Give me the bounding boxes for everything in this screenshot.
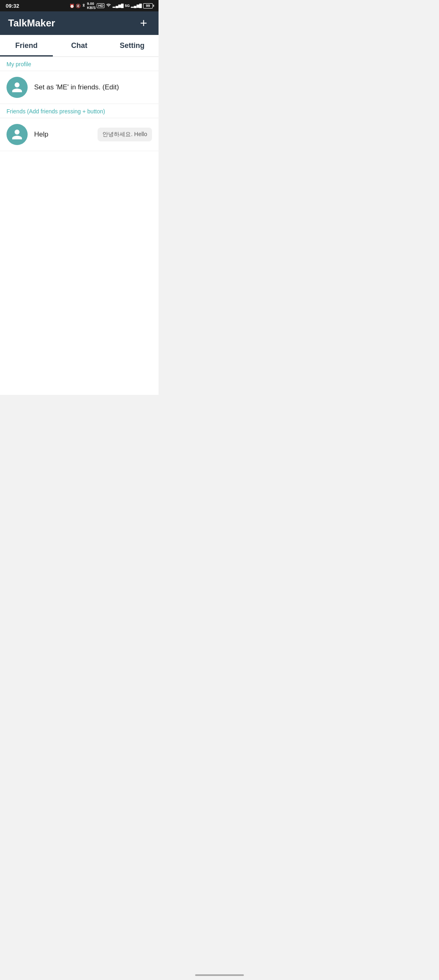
empty-content bbox=[0, 151, 159, 395]
app-header: TalkMaker + bbox=[0, 11, 159, 35]
my-profile-label: My profile bbox=[0, 57, 159, 71]
friend-last-message-help: 안녕하세요. Hello bbox=[98, 128, 152, 141]
tab-chat[interactable]: Chat bbox=[53, 35, 106, 56]
friend-row-help[interactable]: Help 안녕하세요. Hello bbox=[0, 118, 159, 151]
alarm-icon: ⏰ bbox=[70, 4, 74, 8]
network-speed: 9.00KB/S bbox=[87, 2, 96, 10]
app-title: TalkMaker bbox=[8, 17, 55, 29]
my-profile-text: Set as 'ME' in friends. (Edit) bbox=[34, 83, 119, 91]
friend-avatar-help bbox=[7, 124, 28, 145]
signal-icon: ▂▄▆█ bbox=[113, 4, 124, 8]
friends-section-label: Friends (Add friends pressing + button) bbox=[0, 104, 159, 118]
status-icons: ⏰ 🔇 9.00KB/S HD ▂▄▆█ 5G ▂▄▆█ 99 bbox=[70, 2, 153, 10]
tab-friend[interactable]: Friend bbox=[0, 35, 53, 56]
signal-5g-bars: ▂▄▆█ bbox=[131, 4, 142, 8]
friend-name-help: Help bbox=[34, 130, 98, 139]
add-button[interactable]: + bbox=[137, 15, 150, 31]
signal-5g-icon: 5G bbox=[125, 4, 130, 8]
tab-bar: Friend Chat Setting bbox=[0, 35, 159, 57]
status-bar: 09:32 ⏰ 🔇 9.00KB/S HD ▂▄▆█ 5G ▂▄▆█ 99 bbox=[0, 0, 159, 11]
status-time: 09:32 bbox=[6, 3, 19, 9]
content-area: My profile Set as 'ME' in friends. (Edit… bbox=[0, 57, 159, 395]
tab-setting[interactable]: Setting bbox=[106, 35, 159, 56]
my-profile-avatar bbox=[7, 77, 28, 98]
person-icon bbox=[11, 128, 23, 141]
mute-icon: 🔇 bbox=[76, 4, 80, 8]
person-icon bbox=[11, 81, 23, 93]
wifi-icon bbox=[106, 3, 111, 9]
bluetooth-icon bbox=[82, 2, 86, 9]
battery-icon: 99 bbox=[143, 3, 153, 9]
hd-icon: HD bbox=[97, 3, 104, 8]
my-profile-row[interactable]: Set as 'ME' in friends. (Edit) bbox=[0, 71, 159, 104]
